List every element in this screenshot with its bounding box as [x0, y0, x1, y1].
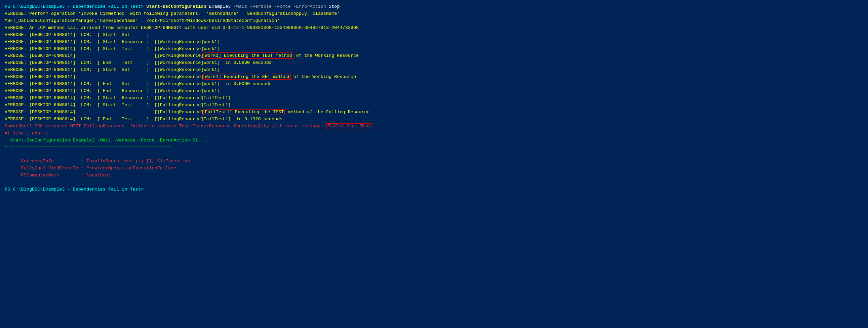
error-line-4: + ~~~~~~~~~~~~~~~~~~~~~~~~~~~~~~~~~~~~~~…: [5, 144, 863, 151]
blank-line-1: [5, 151, 863, 158]
command: Start-DscConfiguration: [146, 4, 206, 9]
verbose-test-failing: VERBOSE: [DESKTOP-6NN8614]: [[FailingRes…: [5, 109, 863, 116]
verbose-line-8: VERBOSE: [DESKTOP-6NN8614]: LCM: [ End T…: [5, 60, 863, 67]
failing-test-highlight: FailTest1] Executing the TEST: [204, 109, 285, 115]
cmd-params: -Wait -Verbose -Force -ErrorAction: [234, 4, 326, 9]
error-line-1: PowerShell DSC resource MSFT_FailingReso…: [5, 123, 863, 130]
verbose-line-4: VERBOSE: [DESKTOP-6NN8614]: LCM: [ Start…: [5, 32, 863, 39]
terminal-window: PS C:\BlogDSC\Example3 - Dependencies Fa…: [5, 3, 863, 193]
category-info: + CategoryInfo : InvalidOperation: (:) […: [5, 158, 863, 165]
verbose-line-1: VERBOSE: Perform operation 'Invoke CimMe…: [5, 10, 863, 18]
verbose-line-3: VERBOSE: An LCM method call arrived from…: [5, 25, 863, 32]
verbose-test-working: VERBOSE: [DESKTOP-6NN8614]: [[WorkingRes…: [5, 53, 863, 60]
verbose-line-13: VERBOSE: [DESKTOP-6NN8614]: LCM: [ Start…: [5, 95, 863, 102]
fqe-id: + FullyQualifiedErrorId : ProviderOperat…: [5, 165, 863, 172]
verbose-line-6: VERBOSE: [DESKTOP-6NN8614]: LCM: [ Start…: [5, 46, 863, 53]
verbose-line-2: MSFT_DSCLocalConfigurationManager,'names…: [5, 18, 863, 25]
error-line-2: At line:1 char:1: [5, 130, 863, 137]
test-method-highlight: Work1] Executing the TEST method: [204, 53, 293, 59]
cmd-line: PS C:\BlogDSC\Example3 - Dependencies Fa…: [5, 3, 863, 10]
verbose-line-5: VERBOSE: [DESKTOP-6NN8614]: LCM: [ Start…: [5, 39, 863, 46]
cmd-arg: Example3: [207, 4, 234, 9]
blank-line-2: [5, 179, 863, 186]
cmd-stop: Stop: [326, 4, 340, 9]
failed-from-test-highlight: Failed from Test: [326, 123, 372, 129]
error-line-3: + Start-DscConfiguration Example3 -Wait …: [5, 137, 863, 144]
verbose-line-16: VERBOSE: [DESKTOP-6NN8614]: LCM: [ End T…: [5, 116, 863, 123]
prompt: PS C:\BlogDSC\Example3 - Dependencies Fa…: [5, 4, 146, 9]
verbose-line-11: VERBOSE: [DESKTOP-6NN8614]: LCM: [ End S…: [5, 81, 863, 88]
verbose-line-9: VERBOSE: [DESKTOP-6NN8614]: LCM: [ Start…: [5, 67, 863, 74]
ps-computer-name: + PSComputerName : localhost: [5, 172, 863, 179]
verbose-line-12: VERBOSE: [DESKTOP-6NN8614]: LCM: [ End R…: [5, 88, 863, 95]
verbose-set-working: VERBOSE: [DESKTOP-6NN8614]: [[WorkingRes…: [5, 74, 863, 81]
verbose-line-14: VERBOSE: [DESKTOP-6NN8614]: LCM: [ Start…: [5, 102, 863, 109]
final-prompt: PS C:\BlogDSC\Example3 - Dependencies Fa…: [5, 186, 863, 193]
set-method-highlight: Work1] Executing the SET method: [204, 74, 290, 80]
